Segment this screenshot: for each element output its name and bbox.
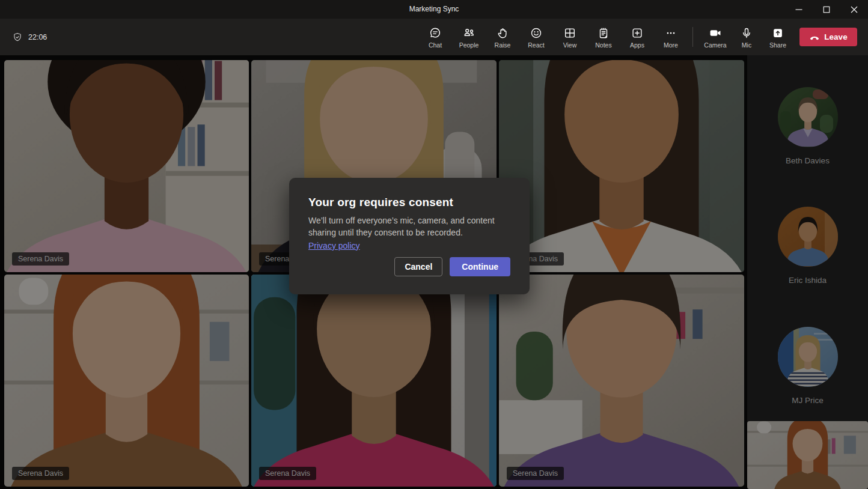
consent-dialog: Your org requires consent We’ll turn off… bbox=[289, 178, 530, 294]
window-controls bbox=[785, 0, 868, 19]
toolbar-share-label: Share bbox=[769, 41, 786, 49]
react-icon bbox=[530, 26, 543, 40]
more-icon bbox=[664, 26, 677, 40]
dialog-title: Your org requires consent bbox=[308, 196, 510, 209]
toolbar-apps-button[interactable]: Apps bbox=[620, 22, 654, 52]
teams-meeting-window: Marketing Sync 22:06 ChatPeopleRaiseReac… bbox=[0, 0, 868, 489]
cancel-button[interactable]: Cancel bbox=[394, 257, 442, 276]
toolbar-people-label: People bbox=[459, 41, 479, 49]
toolbar-camera-button[interactable]: Camera bbox=[700, 22, 731, 52]
titlebar: Marketing Sync bbox=[0, 0, 868, 19]
toolbar-more-label: More bbox=[664, 41, 678, 49]
toolbar-notes-button[interactable]: Notes bbox=[587, 22, 620, 52]
people-icon bbox=[462, 26, 475, 40]
leave-button[interactable]: Leave bbox=[799, 28, 857, 46]
meeting-stage: Serena DavisSerena DavisSerena DavisSere… bbox=[0, 55, 868, 489]
window-title: Marketing Sync bbox=[0, 0, 868, 19]
dialog-body: We’ll turn off everyone’s mic, camera, a… bbox=[308, 215, 521, 239]
close-icon bbox=[848, 4, 860, 16]
view-icon bbox=[563, 26, 576, 40]
mic-icon bbox=[740, 26, 753, 40]
toolbar-people-button[interactable]: People bbox=[452, 22, 486, 52]
toolbar-chat-button[interactable]: Chat bbox=[418, 22, 452, 52]
toolbar-raise-button[interactable]: Raise bbox=[486, 22, 519, 52]
raise-hand-icon bbox=[496, 26, 509, 40]
toolbar-view-button[interactable]: View bbox=[553, 22, 587, 52]
privacy-policy-link[interactable]: Privacy policy bbox=[308, 241, 360, 251]
toolbar-camera-label: Camera bbox=[704, 41, 726, 49]
leave-button-label: Leave bbox=[824, 32, 847, 41]
toolbar-view-label: View bbox=[563, 41, 577, 49]
toolbar-notes-label: Notes bbox=[595, 41, 611, 49]
maximize-button[interactable] bbox=[813, 0, 840, 19]
toolbar-react-label: React bbox=[528, 41, 544, 49]
toolbar-mic-label: Mic bbox=[742, 41, 751, 49]
notes-icon bbox=[597, 26, 610, 40]
shield-check-icon bbox=[12, 32, 23, 43]
toolbar-apps-label: Apps bbox=[630, 41, 644, 49]
chat-icon bbox=[429, 26, 442, 40]
dialog-actions: Cancel Continue bbox=[394, 257, 510, 276]
toolbar-mic-button[interactable]: Mic bbox=[731, 22, 762, 52]
maximize-icon bbox=[821, 4, 833, 16]
toolbar-chat-label: Chat bbox=[429, 41, 442, 49]
timer-text: 22:06 bbox=[28, 33, 47, 41]
toolbar-divider bbox=[692, 27, 693, 47]
share-icon bbox=[771, 26, 784, 40]
continue-button[interactable]: Continue bbox=[450, 257, 510, 276]
toolbar-react-button[interactable]: React bbox=[519, 22, 553, 52]
apps-icon bbox=[631, 26, 644, 40]
device-buttons: CameraMicShare bbox=[700, 22, 793, 52]
toolbar-raise-label: Raise bbox=[495, 41, 511, 49]
camera-icon bbox=[709, 26, 722, 40]
toolbar-share-button[interactable]: Share bbox=[762, 22, 793, 52]
minimize-button[interactable] bbox=[785, 0, 813, 19]
toolbar-more-button[interactable]: More bbox=[654, 22, 688, 52]
close-button[interactable] bbox=[840, 0, 868, 19]
hangup-icon bbox=[809, 32, 820, 43]
meeting-timer: 22:06 bbox=[12, 19, 47, 55]
toolbar-buttons: ChatPeopleRaiseReactViewNotesAppsMore bbox=[418, 22, 688, 52]
minimize-icon bbox=[793, 4, 805, 16]
meeting-toolbar: 22:06 ChatPeopleRaiseReactViewNotesAppsM… bbox=[0, 19, 868, 55]
